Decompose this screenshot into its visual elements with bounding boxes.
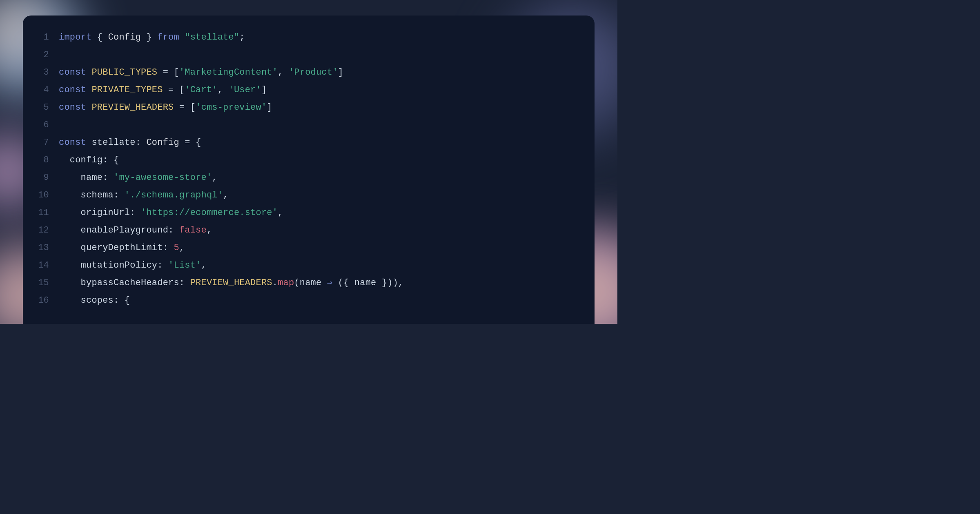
token-punc [86,85,91,95]
token-kw: from [157,32,179,42]
code-line: schema: './schema.graphql', [59,186,595,204]
line-number: 11 [23,204,49,222]
token-punc [59,208,81,218]
token-bool: false [179,225,207,235]
code-editor[interactable]: 12345678910111213141516 import { Config … [23,16,595,324]
token-punc: , [223,190,228,200]
token-str: 'my-awesome-store' [114,173,212,183]
line-number: 3 [23,64,49,81]
token-punc: ({ [332,278,354,288]
line-number: 6 [23,116,49,134]
token-prop: name [81,173,103,183]
token-punc: , [212,173,217,183]
token-ident: stellate [91,137,135,148]
token-ident: name [354,278,376,288]
token-punc: , [179,243,185,253]
token-prop: enablePlayground [81,225,168,235]
code-line: const PREVIEW_HEADERS = ['cms-preview'] [59,99,595,116]
token-punc: ] [261,85,267,95]
token-punc: : [130,208,141,218]
code-line: bypassCacheHeaders: PREVIEW_HEADERS.map(… [59,274,595,292]
code-area: 12345678910111213141516 import { Config … [23,29,595,309]
token-punc: , [278,208,283,218]
token-kw: const [59,67,86,78]
token-arrow: ⇒ [327,278,332,288]
token-prop: config [70,155,102,165]
code-line: scopes: { [59,292,595,309]
token-punc: = [ [174,102,196,113]
line-number: 16 [23,292,49,309]
token-punc: : { [114,295,130,306]
line-number-gutter: 12345678910111213141516 [23,29,59,309]
line-number: 7 [23,134,49,151]
token-punc: } [141,32,157,42]
token-punc: = { [179,137,201,148]
token-punc [86,67,91,78]
token-punc [86,102,91,113]
code-line: enablePlayground: false, [59,222,595,239]
token-punc: { [91,32,108,42]
token-punc: = [ [157,67,179,78]
token-str: 'MarketingContent' [179,67,278,78]
token-punc: : [179,278,190,288]
token-prop: originUrl [81,208,130,218]
token-punc [59,225,81,235]
token-ident: name [300,278,322,288]
token-punc [59,155,70,165]
token-dot: . [272,278,278,288]
token-punc [179,32,185,42]
token-str: 'Cart' [185,85,217,95]
token-constnm: PRIVATE_TYPES [91,85,163,95]
line-number: 8 [23,151,49,169]
token-punc [59,173,81,183]
token-kw: const [59,137,86,148]
code-line: const PRIVATE_TYPES = ['Cart', 'User'] [59,81,595,99]
token-str: 'cms-preview' [196,102,267,113]
token-punc: : [136,137,147,148]
token-punc: ] [338,67,343,78]
token-kw: import [59,32,91,42]
token-prop: queryDepthLimit [81,243,163,253]
code-line: queryDepthLimit: 5, [59,239,595,257]
token-punc: : [157,260,168,270]
code-line: import { Config } from "stellate"; [59,29,595,46]
token-punc: : [114,190,125,200]
token-str: './schema.graphql' [125,190,223,200]
token-punc [59,243,81,253]
token-str: 'Product' [289,67,338,78]
token-punc: = [ [163,85,185,95]
code-line: config: { [59,151,595,169]
token-punc: : [168,225,179,235]
code-line: const stellate: Config = { [59,134,595,151]
token-kw: const [59,102,86,113]
token-punc: , [218,85,229,95]
line-number: 2 [23,46,49,64]
token-prop: scopes [81,295,114,306]
code-line: mutationPolicy: 'List', [59,257,595,274]
token-constnm: PREVIEW_HEADERS [190,278,272,288]
token-type: Config [108,32,141,42]
token-prop: mutationPolicy [81,260,158,270]
line-number: 5 [23,99,49,116]
token-str: 'List' [168,260,201,270]
token-punc [59,278,81,288]
token-punc: , [278,67,289,78]
token-punc: , [201,260,206,270]
code-line: const PUBLIC_TYPES = ['MarketingContent'… [59,64,595,81]
code-content[interactable]: import { Config } from "stellate";const … [59,29,595,309]
token-type: Config [146,137,179,148]
token-punc: : { [102,155,119,165]
token-punc: ; [239,32,245,42]
token-prop: bypassCacheHeaders [81,278,179,288]
token-punc: , [207,225,212,235]
line-number: 14 [23,257,49,274]
token-num: 5 [174,243,179,253]
token-str: 'User' [229,85,261,95]
token-punc: ( [294,278,299,288]
token-prop: schema [81,190,114,200]
code-line [59,116,595,134]
token-str: "stellate" [185,32,239,42]
line-number: 4 [23,81,49,99]
line-number: 12 [23,222,49,239]
token-constnm: PUBLIC_TYPES [91,67,157,78]
